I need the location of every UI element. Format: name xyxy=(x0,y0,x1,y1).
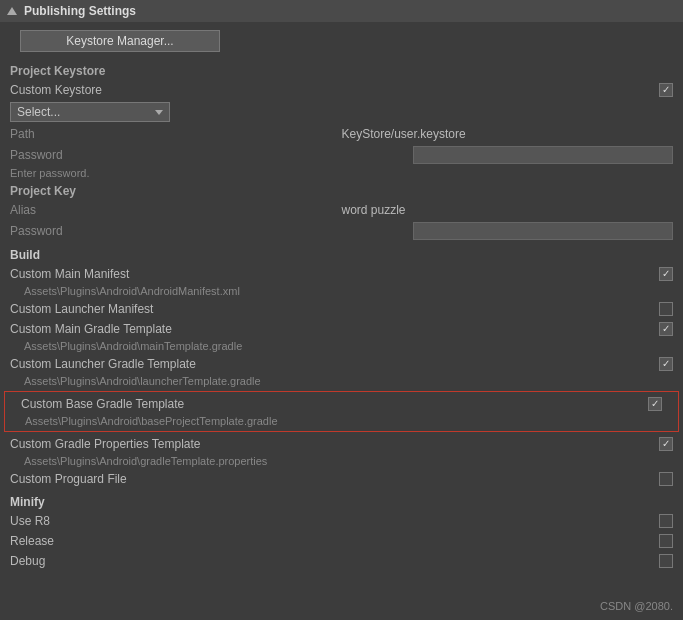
minify-label: Minify xyxy=(0,489,683,511)
key-password-label: Password xyxy=(10,224,413,238)
custom-main-manifest-label: Custom Main Manifest xyxy=(10,267,659,281)
path-row: Path KeyStore/user.keystore xyxy=(0,124,683,144)
select-row: Select... xyxy=(0,100,683,124)
custom-base-gradle-checkbox[interactable] xyxy=(648,397,662,411)
use-r8-row: Use R8 xyxy=(0,511,683,531)
select-label: Select... xyxy=(17,105,60,119)
custom-keystore-label: Custom Keystore xyxy=(10,83,659,97)
custom-launcher-gradle-checkbox[interactable] xyxy=(659,357,673,371)
password-input[interactable] xyxy=(413,146,673,164)
custom-base-gradle-path: Assets\Plugins\Android\baseProjectTempla… xyxy=(11,414,672,429)
section-header: Publishing Settings xyxy=(0,0,683,22)
custom-launcher-gradle-row: Custom Launcher Gradle Template xyxy=(0,354,683,374)
custom-proguard-label: Custom Proguard File xyxy=(10,472,659,486)
collapse-triangle xyxy=(7,7,17,15)
custom-main-gradle-label: Custom Main Gradle Template xyxy=(10,322,659,336)
custom-main-gradle-row: Custom Main Gradle Template xyxy=(0,319,683,339)
path-label: Path xyxy=(10,127,342,141)
enter-password-hint: Enter password. xyxy=(0,166,683,180)
project-key-label: Project Key xyxy=(0,180,683,200)
custom-main-manifest-checkbox[interactable] xyxy=(659,267,673,281)
alias-label: Alias xyxy=(10,203,342,217)
password-row: Password xyxy=(0,144,683,166)
custom-base-gradle-label: Custom Base Gradle Template xyxy=(21,397,648,411)
project-keystore-label: Project Keystore xyxy=(0,60,683,80)
custom-gradle-properties-row: Custom Gradle Properties Template xyxy=(0,434,683,454)
custom-gradle-properties-path: Assets\Plugins\Android\gradleTemplate.pr… xyxy=(0,454,683,469)
debug-row: Debug xyxy=(0,551,683,571)
custom-launcher-gradle-path: Assets\Plugins\Android\launcherTemplate.… xyxy=(0,374,683,389)
watermark: CSDN @2080. xyxy=(600,600,673,612)
key-password-input[interactable] xyxy=(413,222,673,240)
use-r8-label: Use R8 xyxy=(10,514,659,528)
release-checkbox[interactable] xyxy=(659,534,673,548)
password-label: Password xyxy=(10,148,413,162)
custom-main-manifest-row: Custom Main Manifest xyxy=(0,264,683,284)
custom-keystore-row: Custom Keystore xyxy=(0,80,683,100)
custom-main-manifest-path: Assets\Plugins\Android\AndroidManifest.x… xyxy=(0,284,683,299)
custom-launcher-gradle-label: Custom Launcher Gradle Template xyxy=(10,357,659,371)
alias-row: Alias word puzzle xyxy=(0,200,683,220)
custom-main-gradle-path: Assets\Plugins\Android\mainTemplate.grad… xyxy=(0,339,683,354)
custom-launcher-manifest-row: Custom Launcher Manifest xyxy=(0,299,683,319)
debug-label: Debug xyxy=(10,554,659,568)
build-label: Build xyxy=(0,242,683,264)
custom-gradle-properties-checkbox[interactable] xyxy=(659,437,673,451)
keystore-select[interactable]: Select... xyxy=(10,102,170,122)
custom-base-gradle-row: Custom Base Gradle Template xyxy=(11,394,672,414)
custom-proguard-checkbox[interactable] xyxy=(659,472,673,486)
path-value: KeyStore/user.keystore xyxy=(342,127,674,141)
build-items-container: Custom Main ManifestAssets\Plugins\Andro… xyxy=(0,264,683,489)
debug-checkbox[interactable] xyxy=(659,554,673,568)
custom-gradle-properties-label: Custom Gradle Properties Template xyxy=(10,437,659,451)
custom-proguard-row: Custom Proguard File xyxy=(0,469,683,489)
custom-launcher-manifest-checkbox[interactable] xyxy=(659,302,673,316)
publishing-settings-panel: Publishing Settings Keystore Manager... … xyxy=(0,0,683,571)
release-row: Release xyxy=(0,531,683,551)
custom-keystore-checkbox[interactable] xyxy=(659,83,673,97)
alias-value: word puzzle xyxy=(342,203,674,217)
minify-items-container: Use R8ReleaseDebug xyxy=(0,511,683,571)
custom-launcher-manifest-label: Custom Launcher Manifest xyxy=(10,302,659,316)
custom-main-gradle-checkbox[interactable] xyxy=(659,322,673,336)
key-password-row: Password xyxy=(0,220,683,242)
select-arrow-icon xyxy=(155,110,163,115)
release-label: Release xyxy=(10,534,659,548)
section-title: Publishing Settings xyxy=(24,4,136,18)
keystore-manager-button[interactable]: Keystore Manager... xyxy=(20,30,220,52)
use-r8-checkbox[interactable] xyxy=(659,514,673,528)
